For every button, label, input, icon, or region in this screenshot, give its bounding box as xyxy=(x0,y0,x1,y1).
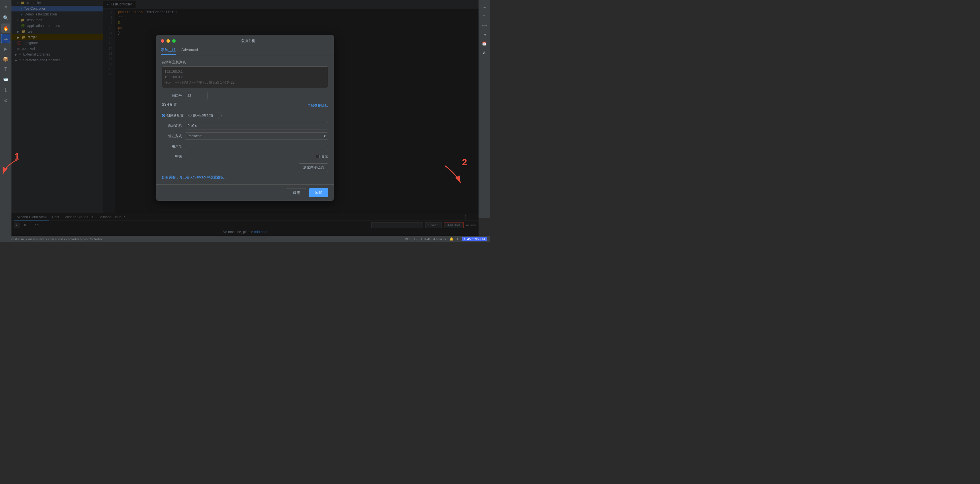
sidebar-icon-menu[interactable]: ≡ xyxy=(1,3,10,12)
show-password-row: 显示 xyxy=(316,154,328,159)
sidebar-icon-package[interactable]: 📦 xyxy=(1,54,10,63)
radio-new-config[interactable]: 创建新配置 xyxy=(162,113,184,118)
test-row: 测试连接状态 xyxy=(162,163,328,172)
port-input[interactable] xyxy=(185,92,208,99)
host-placeholder-1: 192.168.0.1 xyxy=(164,69,326,75)
sidebar-icon-search[interactable]: 🔍 xyxy=(1,13,10,22)
modal-hint[interactable]: 如有需要，可以在 Advanced 中设置跳板... xyxy=(162,175,328,180)
sidebar-icon-cloud[interactable]: ☁ xyxy=(1,34,10,43)
add-button[interactable]: 添加 xyxy=(309,188,328,197)
modal-dialog: 添加主机 添加主机 Advanced 待添加主机列表 192.168.0.1 1… xyxy=(156,35,334,201)
test-connection-button[interactable]: 测试连接状态 xyxy=(299,163,328,172)
right-icon-menu[interactable]: ≡ xyxy=(480,12,488,20)
auth-label: 验证方式 xyxy=(162,134,182,139)
left-sidebar: ≡ 🔍 🔥 ☁ ▶ 📦 T 📨 ℹ ⚙ xyxy=(0,0,11,242)
config-select[interactable]: ▾ xyxy=(218,112,275,119)
ssh-section-title: SSH 配置 xyxy=(162,102,177,107)
ssh-section-row: SSH 配置 了解数据隐私 xyxy=(162,102,328,109)
password-input[interactable] xyxy=(185,153,313,160)
privacy-link[interactable]: 了解数据隐私 xyxy=(307,103,328,108)
sidebar-icon-text[interactable]: T xyxy=(1,65,10,74)
radio-filled-icon xyxy=(162,114,165,117)
indent-label: 4 spaces xyxy=(434,237,446,241)
profile-input[interactable] xyxy=(185,122,328,129)
host-list-label: 待添加主机列表 xyxy=(162,60,328,65)
right-icon-cloud[interactable]: ☁ xyxy=(480,3,488,11)
show-password-checkbox[interactable] xyxy=(316,155,320,159)
modal-body: 待添加主机列表 192.168.0.1 192.168.0.2 提示：一行只输入… xyxy=(156,55,334,185)
port-label: 端口号 xyxy=(162,94,182,98)
info-icon: ℹ xyxy=(457,237,458,241)
close-button[interactable] xyxy=(161,39,164,43)
modal-tab-advanced[interactable]: Advanced xyxy=(181,46,198,55)
profile-row: 配置名称 xyxy=(162,122,328,129)
radio-row: 创建新配置 使用已有配置 ▾ xyxy=(162,112,328,119)
modal-overlay: 添加主机 添加主机 Advanced 待添加主机列表 192.168.0.1 1… xyxy=(11,0,479,236)
sidebar-icon-run[interactable]: ▶ xyxy=(1,44,10,53)
modal-tabs: 添加主机 Advanced xyxy=(156,46,334,55)
username-label: 用户名 xyxy=(162,144,182,149)
auth-select[interactable]: Password ▾ xyxy=(185,132,328,140)
right-icon-m[interactable]: m xyxy=(480,30,488,38)
right-icon-sync[interactable]: ⟷ xyxy=(480,21,488,29)
radio-existing-config[interactable]: 使用已有配置 xyxy=(188,113,213,118)
profile-label: 配置名称 xyxy=(162,124,182,128)
modal-titlebar: 添加主机 xyxy=(156,35,334,46)
bottom-bar: demo-test > src > main > java > com > te… xyxy=(0,236,490,242)
password-label: 密码 xyxy=(162,154,182,159)
auth-row: 验证方式 Password ▾ xyxy=(162,132,328,140)
bottom-right: 19:6 LF UTF-8 4 spaces 🔔 ℹ 1345 of 3500M xyxy=(404,237,487,241)
username-input[interactable] xyxy=(185,143,328,150)
right-icon-a[interactable]: A xyxy=(480,49,488,57)
notification-icon: 🔔 xyxy=(450,237,453,241)
modal-title: 添加主机 xyxy=(167,38,329,43)
encoding-label: UTF-8 xyxy=(421,237,430,241)
right-icon-calendar[interactable]: 📅 xyxy=(480,40,488,48)
sidebar-icon-gear[interactable]: ⚙ xyxy=(1,96,10,105)
sidebar-icon-mail[interactable]: 📨 xyxy=(1,75,10,84)
sidebar-icon-info[interactable]: ℹ xyxy=(1,85,10,95)
port-row: 端口号 xyxy=(162,92,328,99)
lf-indicator: LF xyxy=(414,237,418,241)
sidebar-icon-fire[interactable]: 🔥 xyxy=(1,24,10,33)
right-sidebar: ☁ ≡ ⟷ m 📅 A xyxy=(479,0,490,217)
host-placeholder-2: 192.168.0.2 xyxy=(164,75,326,80)
modal-footer: 取消 添加 xyxy=(156,184,334,201)
password-row: 密码 显示 xyxy=(162,153,328,160)
cancel-button[interactable]: 取消 xyxy=(287,188,306,197)
modal-tab-add-host[interactable]: 添加主机 xyxy=(161,46,176,55)
host-placeholder-hint: 提示：一行只输入一个主机，默认端口号是 22 xyxy=(164,80,326,85)
host-list-area[interactable]: 192.168.0.1 192.168.0.2 提示：一行只输入一个主机，默认端… xyxy=(162,67,328,88)
cursor-position: 19:6 xyxy=(404,237,410,241)
radio-empty-icon xyxy=(188,114,192,117)
breadcrumb: demo-test > src > main > java > com > te… xyxy=(3,237,102,241)
username-row: 用户名 xyxy=(162,143,328,150)
line-count: 1345 of 3500M xyxy=(461,237,487,241)
